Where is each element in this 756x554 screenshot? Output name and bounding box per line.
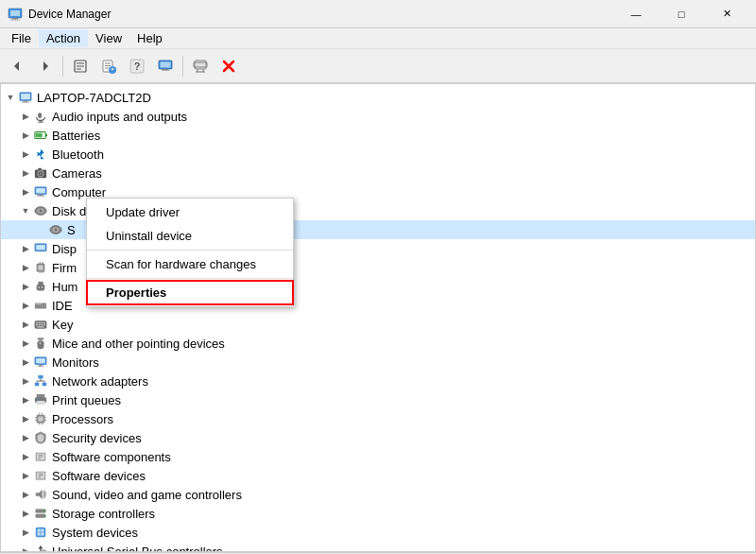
- separator-1: [62, 56, 63, 77]
- menu-help[interactable]: Help: [129, 29, 170, 47]
- ide-toggle[interactable]: ▶: [18, 298, 33, 313]
- svg-rect-75: [41, 322, 43, 323]
- svg-marker-130: [38, 545, 43, 549]
- svg-point-124: [44, 515, 46, 517]
- keyboards-toggle[interactable]: ▶: [18, 317, 33, 332]
- svg-rect-90: [38, 375, 43, 379]
- context-menu: Update driver Uninstall device Scan for …: [86, 198, 294, 307]
- svg-rect-20: [163, 69, 168, 70]
- back-button[interactable]: [4, 53, 30, 79]
- svg-point-66: [38, 286, 40, 288]
- minimize-button[interactable]: —: [614, 0, 658, 28]
- bluetooth-label: Bluetooth: [52, 147, 104, 162]
- svg-rect-2: [12, 18, 18, 20]
- display-label: Disp: [52, 242, 77, 256]
- tree-bluetooth[interactable]: ▶ Bluetooth: [1, 145, 755, 164]
- software-devices-toggle[interactable]: ▶: [18, 468, 33, 483]
- security-label: Security devices: [52, 431, 142, 445]
- network-toggle[interactable]: ▶: [18, 373, 33, 389]
- tree-security[interactable]: ▶ Security devices: [1, 428, 755, 447]
- security-toggle[interactable]: ▶: [18, 430, 33, 445]
- battery-icon: [33, 128, 48, 143]
- computer-toggle[interactable]: ▶: [18, 184, 33, 199]
- tree-audio[interactable]: ▶ Audio inputs and outputs: [1, 107, 755, 126]
- svg-rect-61: [40, 271, 41, 273]
- firmware-toggle[interactable]: ▶: [18, 260, 33, 275]
- tree-sound[interactable]: ▶ Sound, video and game controllers: [1, 485, 755, 504]
- mice-toggle[interactable]: ▶: [18, 336, 33, 351]
- sound-toggle[interactable]: ▶: [18, 487, 33, 502]
- svg-rect-74: [39, 322, 41, 323]
- svg-rect-62: [42, 271, 43, 273]
- tree-storage[interactable]: ▶ Storage controllers: [1, 504, 755, 523]
- svg-rect-88: [39, 365, 43, 366]
- help-button[interactable]: ?: [124, 53, 150, 79]
- svg-rect-80: [43, 324, 45, 325]
- svg-rect-99: [37, 401, 45, 405]
- tree-processors[interactable]: ▶ Processors: [1, 409, 755, 428]
- context-update-driver[interactable]: Update driver: [87, 200, 293, 224]
- print-toggle[interactable]: ▶: [18, 392, 33, 407]
- svg-rect-131: [43, 550, 46, 552]
- tree-network[interactable]: ▶ Network adapters: [1, 372, 755, 390]
- properties-toolbar-button[interactable]: [67, 53, 94, 79]
- software-components-toggle[interactable]: ▶: [18, 449, 33, 464]
- tree-mice[interactable]: ▶ Mice and other pointing devices: [1, 334, 755, 353]
- system-toggle[interactable]: ▶: [18, 525, 33, 540]
- context-uninstall-device[interactable]: Uninstall device: [87, 224, 293, 248]
- tree-cameras[interactable]: ▶ Cameras: [1, 164, 755, 182]
- processors-toggle[interactable]: ▶: [18, 411, 33, 426]
- svg-rect-73: [36, 322, 38, 323]
- separator-2: [182, 56, 183, 77]
- svg-rect-71: [36, 303, 42, 304]
- forward-button[interactable]: [32, 53, 59, 79]
- uninstall-button[interactable]: [215, 53, 242, 79]
- context-properties[interactable]: Properties: [87, 281, 293, 304]
- disk-toggle[interactable]: ▼: [18, 203, 33, 218]
- menu-view[interactable]: View: [88, 29, 129, 47]
- tree-keyboards[interactable]: ▶ Key: [1, 315, 755, 334]
- bluetooth-toggle[interactable]: ▶: [18, 147, 33, 162]
- display-toggle[interactable]: ▶: [18, 241, 33, 256]
- window-title: Device Manager: [28, 8, 614, 21]
- mouse-icon: [33, 336, 48, 351]
- close-button[interactable]: ✕: [705, 0, 748, 28]
- firmware-icon: [33, 260, 48, 275]
- svg-rect-106: [42, 423, 43, 424]
- tree-software-devices[interactable]: ▶ Software devices: [1, 466, 755, 485]
- hid-toggle[interactable]: ▶: [18, 279, 33, 294]
- tree-software-components[interactable]: ▶ Software components: [1, 447, 755, 466]
- menu-action[interactable]: Action: [39, 29, 88, 47]
- svg-point-123: [44, 511, 46, 512]
- tree-root[interactable]: ▼ LAPTOP-7ADCLT2D: [1, 88, 755, 107]
- cameras-toggle[interactable]: ▶: [18, 165, 33, 181]
- root-toggle[interactable]: ▼: [3, 90, 18, 105]
- display-button[interactable]: [152, 53, 179, 79]
- main-content[interactable]: ▼ LAPTOP-7ADCLT2D ▶: [0, 83, 756, 552]
- svg-rect-102: [38, 416, 43, 421]
- audio-toggle[interactable]: ▶: [18, 109, 33, 124]
- scan-button[interactable]: [187, 53, 214, 79]
- tree-system[interactable]: ▶ System devices: [1, 523, 755, 542]
- svg-rect-31: [23, 101, 27, 102]
- tree-monitors[interactable]: ▶ Monitors: [1, 353, 755, 372]
- usb-label: Universal Serial Bus controllers: [52, 545, 223, 553]
- update-driver-button[interactable]: [95, 53, 122, 79]
- maximize-button[interactable]: □: [660, 0, 703, 28]
- batteries-toggle[interactable]: ▶: [18, 128, 33, 143]
- network-icon: [33, 373, 48, 389]
- usb-toggle[interactable]: ▶: [18, 544, 33, 552]
- menu-file[interactable]: File: [4, 29, 39, 47]
- tree-usb[interactable]: ▶ Universal Serial Bus controllers: [1, 542, 755, 552]
- computer-icon: [18, 90, 33, 105]
- svg-rect-48: [37, 196, 45, 197]
- tree-print[interactable]: ▶ Print queues: [1, 390, 755, 409]
- tree-batteries[interactable]: ▶ Batteries: [1, 126, 755, 145]
- svg-rect-38: [36, 133, 43, 137]
- print-label: Print queues: [52, 393, 121, 407]
- storage-toggle[interactable]: ▶: [18, 506, 33, 521]
- monitors-toggle[interactable]: ▶: [18, 355, 33, 370]
- svg-rect-79: [41, 324, 43, 325]
- context-scan[interactable]: Scan for hardware changes: [87, 252, 293, 276]
- software-devices-label: Software devices: [52, 469, 146, 483]
